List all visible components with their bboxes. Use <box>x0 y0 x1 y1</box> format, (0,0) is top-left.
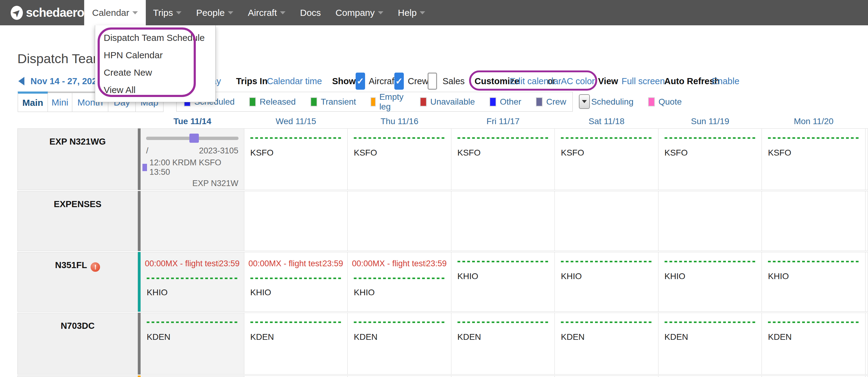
calendar-row-1: EXP N321WG/2023-310512:00 KRDM KSFO 13:5… <box>18 128 868 190</box>
date-range-label[interactable]: Nov 14 - 27, 2023 <box>31 72 102 90</box>
crew-checkbox[interactable]: ✓ <box>394 72 404 90</box>
chevron-down-icon <box>132 11 138 14</box>
or-label: or <box>548 72 555 90</box>
mx-end: 23:59 <box>322 259 343 269</box>
menu-item-create-new[interactable]: Create New <box>95 64 215 81</box>
legend-item-empty-leg: Empty leg <box>371 92 405 112</box>
warning-icon[interactable]: ! <box>91 262 100 272</box>
day-cell[interactable]: 00:00MX - flight testir23:59KHIO <box>244 252 348 312</box>
day-cell[interactable]: KSFO <box>555 128 658 190</box>
legend-swatch <box>536 97 542 106</box>
day-cell[interactable] <box>452 191 555 251</box>
chevron-left-icon <box>18 77 24 85</box>
day-cell[interactable] <box>658 375 762 377</box>
nav-item-aircraft[interactable]: Aircraft <box>241 0 293 25</box>
day-cell[interactable] <box>141 375 244 377</box>
trip-tail-number: EXP N321W <box>141 179 244 188</box>
mx-start: 00:00 <box>249 259 269 269</box>
day-cell[interactable]: KHIO <box>658 252 762 312</box>
legend-label: Transient <box>321 97 356 107</box>
menu-item-view-all[interactable]: View All <box>95 81 215 98</box>
day-cell[interactable]: KSFO <box>348 128 452 190</box>
maintenance-entry[interactable]: 00:00MX - flight testir23:59 <box>244 259 348 269</box>
mx-start: 00:00 <box>352 259 373 269</box>
day-separator-dotted-line <box>768 137 859 139</box>
day-separator-dotted-line <box>147 321 238 323</box>
day-cell[interactable]: KSFO <box>762 128 866 190</box>
day-cell[interactable]: /2023-310512:00 KRDM KSFO 13:50EXP N321W <box>141 128 244 190</box>
legend-item-unavailable: Unavailable <box>420 97 475 107</box>
airport-code: KHIO <box>141 288 244 297</box>
nav-item-trips[interactable]: Trips <box>146 0 189 25</box>
day-cell[interactable] <box>244 191 348 251</box>
day-separator-dotted-line <box>768 321 859 323</box>
day-cell[interactable]: KHIO <box>452 252 555 312</box>
nav-item-people[interactable]: People <box>189 0 240 25</box>
row-label-N703DC: N703DC <box>18 313 138 375</box>
day-cell[interactable] <box>452 375 555 377</box>
day-cell[interactable]: KDEN <box>658 313 762 375</box>
trip-id-line: /2023-3105 <box>141 146 244 156</box>
legend-swatch <box>249 97 256 106</box>
airport-code: KDEN <box>348 332 451 342</box>
legend-swatch <box>648 97 655 106</box>
day-cell[interactable] <box>348 375 452 377</box>
trip-timeline-slider[interactable] <box>146 137 239 140</box>
tab-mini[interactable]: Mini <box>48 92 72 112</box>
legend-dropdown-button[interactable] <box>579 94 590 109</box>
day-cell[interactable]: KDEN <box>555 313 658 375</box>
day-cell[interactable] <box>244 375 348 377</box>
full-screen-link[interactable]: Full screen <box>622 72 665 90</box>
day-cell[interactable]: KHIO <box>762 252 866 312</box>
day-cell[interactable]: KSFO <box>244 128 348 190</box>
maintenance-entry[interactable]: 00:00MX - flight testir23:59 <box>348 259 451 269</box>
trip-slider-handle[interactable] <box>189 134 199 143</box>
day-cell[interactable]: KSFO <box>658 128 762 190</box>
day-cell[interactable]: KDEN <box>348 313 452 375</box>
calendar-row-3: N351FL!00:00MX - flight testir23:59KHIO0… <box>18 252 868 312</box>
day-cell[interactable]: KDEN <box>141 313 244 375</box>
day-separator-dotted-line <box>250 278 342 279</box>
day-cell[interactable] <box>555 191 658 251</box>
airport-code: KDEN <box>762 332 865 342</box>
day-cell[interactable]: KHIO <box>555 252 658 312</box>
day-cell[interactable] <box>141 191 244 251</box>
day-separator-dotted-line <box>768 261 859 262</box>
day-header-2: Wed 11/15 <box>244 117 348 127</box>
trip-leg-line: 12:00 KRDM KSFO 13:50 <box>141 158 244 177</box>
sales-checkbox[interactable] <box>428 72 437 90</box>
day-cell[interactable] <box>658 191 762 251</box>
day-separator-dotted-line <box>354 321 445 323</box>
day-cell[interactable]: KDEN <box>452 313 555 375</box>
prev-range-button[interactable] <box>18 72 24 90</box>
maintenance-entry[interactable]: 00:00MX - flight testir23:59 <box>141 259 244 269</box>
airport-code: KSFO <box>762 148 865 158</box>
day-cell[interactable] <box>555 375 658 377</box>
aircraft-checkbox[interactable]: ✓ <box>355 72 365 90</box>
day-cell[interactable]: KDEN <box>762 313 866 375</box>
day-cell[interactable]: 00:00MX - flight testir23:59KHIO <box>141 252 244 312</box>
airport-code: KDEN <box>555 332 658 342</box>
legend-swatch <box>310 97 317 106</box>
day-header-1: Tue 11/14 <box>141 117 244 127</box>
calendar-time-link[interactable]: Calendar time <box>267 72 322 90</box>
nav-item-company[interactable]: Company <box>328 0 391 25</box>
aircraft-registration: N703DC <box>61 321 95 331</box>
menu-item-dispatch-team-schedule[interactable]: Dispatch Team Schedule <box>95 29 215 46</box>
day-cell[interactable] <box>762 375 866 377</box>
nav-item-docs[interactable]: Docs <box>293 0 328 25</box>
day-cell[interactable] <box>348 191 452 251</box>
day-cell-partial <box>866 313 868 375</box>
legend-label: Other <box>500 97 521 107</box>
day-cell[interactable]: 00:00MX - flight testir23:59KHIO <box>348 252 452 312</box>
day-cell[interactable]: KSFO <box>452 128 555 190</box>
nav-item-help[interactable]: Help <box>391 0 433 25</box>
menu-item-hpn-calendar[interactable]: HPN Calendar <box>95 46 215 64</box>
day-cell[interactable]: KDEN <box>244 313 348 375</box>
tab-main[interactable]: Main <box>18 92 48 112</box>
enable-auto-refresh-link[interactable]: Enable <box>712 72 739 90</box>
day-cell[interactable] <box>762 191 866 251</box>
brand[interactable]: ➤ schedaero <box>0 0 84 25</box>
ac-color-link[interactable]: AC color <box>561 72 595 90</box>
nav-item-calendar[interactable]: Calendar <box>84 0 146 25</box>
